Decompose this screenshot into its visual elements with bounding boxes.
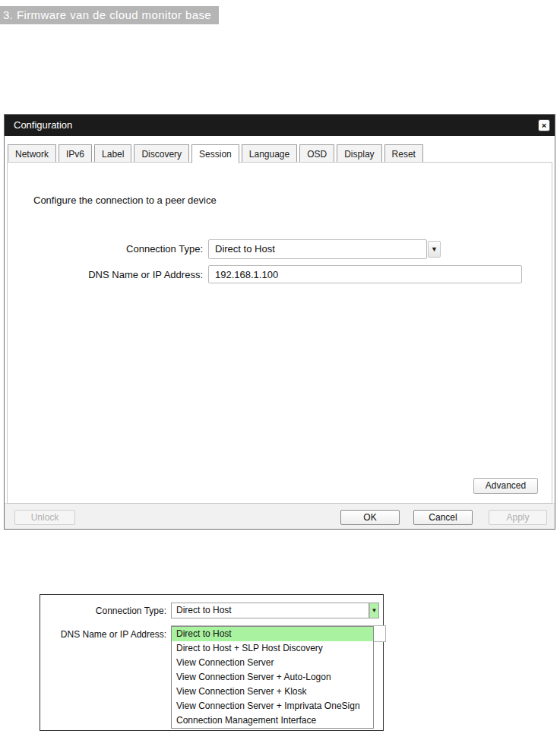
dropdown-option-vcs-klosk[interactable]: View Connection Server + Klosk (172, 685, 373, 699)
tab-osd[interactable]: OSD (299, 144, 334, 163)
configuration-dialog: Configuration × Network IPv6 Label Disco… (4, 114, 555, 530)
advanced-button[interactable]: Advanced (473, 478, 538, 494)
dropdown-option-direct-to-host-slp[interactable]: Direct to Host + SLP Host Discovery (172, 641, 373, 656)
apply-button[interactable]: Apply (489, 510, 547, 525)
tab-display[interactable]: Display (337, 144, 381, 163)
connection-type-value[interactable]: Direct to Host (208, 239, 427, 259)
snippet-connection-type-value[interactable]: Direct to Host (171, 603, 369, 618)
dropdown-snippet-panel: Connection Type: Direct to Host ▼ DNS Na… (40, 594, 384, 731)
dialog-titlebar[interactable]: Configuration × (5, 115, 555, 136)
dropdown-option-direct-to-host[interactable]: Direct to Host (172, 627, 373, 641)
dropdown-option-vcs-auto-logon[interactable]: View Connection Server + Auto-Logon (172, 670, 373, 685)
ok-button[interactable]: OK (340, 510, 400, 525)
connection-type-combobox[interactable]: Direct to Host ▼ (208, 239, 441, 259)
tab-ipv6[interactable]: IPv6 (59, 144, 92, 163)
dropdown-option-connection-management-interface[interactable]: Connection Management Interface (172, 713, 373, 728)
dialog-title: Configuration (14, 119, 72, 131)
chevron-down-icon[interactable]: ▼ (428, 241, 441, 258)
dropdown-option-view-connection-server[interactable]: View Connection Server (172, 656, 373, 670)
snippet-connection-type-label: Connection Type: (43, 606, 166, 616)
tab-label[interactable]: Label (94, 144, 131, 163)
close-icon[interactable]: × (538, 119, 550, 131)
connection-type-dropdown-list: Direct to Host Direct to Host + SLP Host… (171, 626, 374, 729)
session-description: Configure the connection to a peer devic… (33, 195, 217, 206)
tab-session[interactable]: Session (191, 144, 239, 163)
cancel-button[interactable]: Cancel (413, 510, 473, 525)
unlock-button[interactable]: Unlock (14, 510, 75, 525)
tab-network[interactable]: Network (8, 144, 56, 163)
tab-discovery[interactable]: Discovery (134, 144, 189, 163)
page-heading: 3. Firmware van de cloud monitor base (0, 6, 219, 24)
dropdown-option-vcs-imprivata-onesign[interactable]: View Connection Server + Imprivata OneSi… (172, 699, 373, 713)
tab-reset[interactable]: Reset (384, 144, 423, 163)
dns-input[interactable] (208, 265, 522, 283)
dialog-footer: Unlock OK Cancel Apply (5, 503, 555, 529)
connection-type-label: Connection Type: (23, 243, 203, 255)
tab-strip: Network IPv6 Label Discovery Session Lan… (8, 144, 423, 163)
snippet-dns-label: DNS Name or IP Address: (43, 629, 166, 640)
session-tab-panel: Configure the connection to a peer devic… (7, 162, 552, 504)
chevron-down-icon[interactable]: ▼ (369, 603, 379, 618)
snippet-connection-type-combobox[interactable]: Direct to Host ▼ (171, 603, 379, 618)
dns-label: DNS Name or IP Address: (23, 269, 203, 280)
tab-language[interactable]: Language (242, 144, 297, 163)
